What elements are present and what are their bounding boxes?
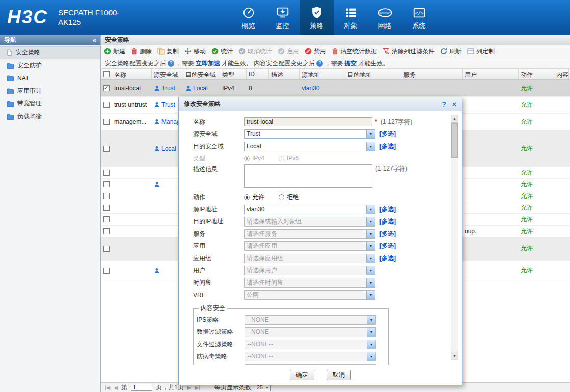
select-ips-policy[interactable]: --NONE--▼ [245, 315, 376, 325]
row-select-cell[interactable] [101, 261, 112, 281]
radio-option-action[interactable]: 拒绝 [279, 193, 299, 202]
top-nav-network[interactable]: INTERNET网络 [368, 0, 402, 35]
row-select-cell[interactable] [101, 202, 112, 213]
dropdown-arrow-icon[interactable]: ▼ [366, 230, 375, 238]
row-checkbox[interactable] [103, 193, 110, 199]
multi-select-link[interactable]: [多选] [379, 254, 396, 263]
select-data-filter[interactable]: --NONE--▼ [245, 327, 376, 337]
row-select-cell[interactable] [101, 179, 112, 190]
top-nav-overview[interactable]: 概览 [231, 0, 265, 35]
toolbar-button-enable[interactable]: 启用 [278, 47, 299, 56]
dropdown-arrow-icon[interactable]: ▼ [366, 205, 375, 214]
dropdown-arrow-icon[interactable]: ▼ [366, 266, 375, 275]
zone-link[interactable] [154, 268, 161, 274]
toolbar-button-stats[interactable]: 统计 [211, 47, 233, 56]
top-nav-system[interactable]: </>系统 [402, 0, 436, 35]
multi-select-link[interactable]: [多选] [379, 230, 396, 238]
sidebar-item-nat[interactable]: NAT [0, 72, 100, 85]
toolbar-button-clear-stats[interactable]: 清空统计数据 [332, 47, 377, 56]
radio-unchecked-icon[interactable] [279, 194, 284, 200]
toolbar-button-new[interactable]: 新建 [104, 47, 125, 56]
sidebar-collapse-button[interactable]: « [93, 36, 96, 44]
dialog-close-icon[interactable]: × [452, 100, 456, 108]
row-select-cell[interactable] [101, 114, 112, 130]
cancel-button[interactable]: 取消 [327, 370, 351, 380]
sidebar-item-load-balance[interactable]: 负载均衡 [0, 110, 100, 123]
dropdown-arrow-icon[interactable]: ▼ [367, 316, 375, 324]
dropdown-arrow-icon[interactable]: ▼ [367, 352, 375, 361]
row-select-cell[interactable] [101, 130, 112, 166]
multi-select-link[interactable]: [多选] [379, 217, 396, 226]
table-row[interactable]: trust-localTrustLocalIPv40vlan30允许 [101, 80, 570, 97]
toolbar-button-disable[interactable]: 禁用 [305, 47, 326, 56]
multi-select-link[interactable]: [多选] [379, 130, 396, 138]
zone-link[interactable]: Trust [154, 85, 175, 92]
row-select-cell[interactable] [101, 167, 112, 178]
row-checkbox[interactable] [103, 205, 110, 211]
row-select-cell[interactable] [101, 226, 112, 237]
row-checkbox[interactable] [103, 146, 110, 152]
sidebar-item-app-audit[interactable]: 应用审计 [0, 85, 100, 97]
dialog-scrollbar[interactable]: ▲ ▼ [451, 115, 458, 360]
dropdown-arrow-icon[interactable]: ▼ [366, 291, 375, 299]
select-url-filter[interactable]: --NONE--▼ [245, 364, 376, 365]
select-antivirus[interactable]: --NONE--▼ [245, 352, 376, 361]
select-app-group[interactable]: 请选择应用组▼ [244, 254, 375, 263]
radio-option-action[interactable]: 允许 [244, 193, 264, 202]
top-nav-policy[interactable]: 策略 [300, 0, 334, 35]
zone-link[interactable]: Local [185, 85, 208, 92]
select-src-zone[interactable]: Trust▼ [244, 129, 375, 139]
select-src-ip[interactable]: vlan30▼ [244, 205, 375, 214]
help-icon[interactable]: ? [168, 60, 174, 67]
toolbar-button-cancel-stats[interactable]: 取消统计 [238, 47, 272, 56]
multi-select-link[interactable]: [多选] [379, 142, 396, 151]
toolbar-button-delete[interactable]: 删除 [131, 47, 152, 56]
row-checkbox[interactable] [103, 85, 110, 91]
select-app[interactable]: 请选择应用▼ [244, 241, 375, 251]
dropdown-arrow-icon[interactable]: ▼ [366, 278, 375, 287]
select-time-range[interactable]: 请选择时间段▼ [244, 278, 375, 288]
ok-button[interactable]: 确定 [290, 370, 314, 380]
radio-checked-icon[interactable] [244, 194, 250, 200]
dropdown-arrow-icon[interactable]: ▼ [366, 217, 375, 226]
input-name[interactable] [244, 117, 372, 126]
accelerate-link[interactable]: 立即加速 [196, 59, 220, 68]
select-dst-ip[interactable]: 请选择或输入对象组▼ [244, 217, 375, 227]
zone-link[interactable] [154, 181, 161, 187]
select-dst-zone[interactable]: Local▼ [244, 142, 375, 151]
last-page-icon[interactable]: ▶| [195, 385, 200, 390]
dropdown-arrow-icon[interactable]: ▼ [366, 130, 375, 138]
help-icon[interactable]: ? [316, 60, 323, 67]
sidebar-item-security-policy[interactable]: 安全策略 [0, 46, 100, 59]
row-select-cell[interactable] [101, 97, 112, 113]
sidebar-item-bandwidth[interactable]: 带宽管理 [0, 97, 100, 110]
row-checkbox[interactable] [103, 170, 110, 176]
toolbar-button-clear-filter[interactable]: 清除列过滤条件 [383, 47, 435, 56]
select-file-filter[interactable]: --NONE--▼ [245, 340, 376, 349]
scroll-down-icon[interactable]: ▼ [451, 352, 458, 359]
row-select-cell[interactable] [101, 237, 112, 260]
dropdown-arrow-icon[interactable]: ▼ [366, 254, 375, 263]
top-nav-monitor[interactable]: 监控 [265, 0, 300, 35]
dropdown-arrow-icon[interactable]: ▼ [367, 328, 375, 337]
next-page-icon[interactable]: ▶ [187, 385, 192, 390]
dropdown-arrow-icon[interactable]: ▼ [367, 365, 375, 365]
toolbar-button-refresh[interactable]: 刷新 [440, 47, 462, 56]
select-all-checkbox[interactable] [103, 71, 110, 77]
submit-link[interactable]: 提交 [344, 59, 357, 68]
toolbar-button-move[interactable]: 移动 [184, 47, 206, 56]
row-checkbox[interactable] [103, 119, 110, 125]
multi-select-link[interactable]: [多选] [379, 205, 396, 214]
select-all-header[interactable] [101, 69, 112, 79]
row-checkbox[interactable] [103, 216, 110, 222]
zone-link[interactable]: Trust [154, 101, 175, 108]
multi-select-link[interactable]: [多选] [379, 242, 396, 250]
sidebar-item-security-protection[interactable]: 安全防护 [0, 59, 100, 72]
top-nav-objects[interactable]: 对象 [334, 0, 368, 35]
toolbar-button-columns[interactable]: 列定制 [467, 47, 495, 56]
page-number-input[interactable] [131, 384, 152, 391]
row-checkbox[interactable] [103, 102, 110, 108]
dialog-help-icon[interactable]: ? [442, 100, 446, 108]
row-checkbox[interactable] [103, 268, 110, 274]
select-service[interactable]: 请选择服务▼ [244, 229, 375, 239]
